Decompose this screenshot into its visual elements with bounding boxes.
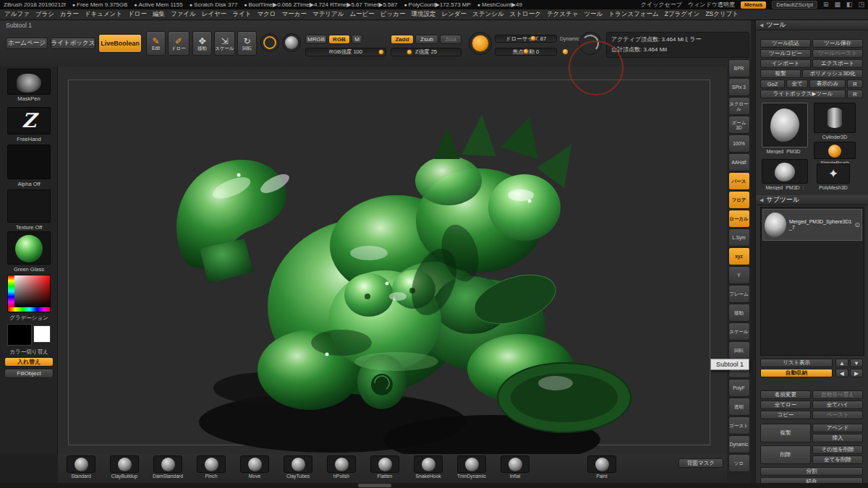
r-button-2[interactable]: R — [847, 90, 863, 98]
menu-item-picker[interactable]: ピッカー — [380, 10, 406, 19]
tool-palette-header[interactable]: ◀ ツール — [756, 20, 868, 30]
menus-button[interactable]: Menus — [741, 1, 766, 9]
brush-standard[interactable]: Standard — [61, 455, 101, 481]
goz-button[interactable]: GoZ — [760, 80, 785, 88]
transparent-button[interactable]: 透明 — [728, 398, 750, 416]
zcut-button[interactable]: Zcut — [440, 35, 461, 44]
copy-tool-button[interactable]: ツールコピー — [760, 49, 811, 58]
menu-item-material[interactable]: マテリアル — [312, 10, 344, 19]
auto-reorder-button[interactable]: 自動並べ替え — [812, 390, 863, 399]
r-button[interactable]: R — [847, 80, 863, 88]
make-polymesh-button[interactable]: ポリメッシュ3D化 — [802, 69, 863, 78]
menu-item-texture[interactable]: テクスチャ — [547, 10, 579, 19]
homepage-button[interactable]: ホームページ — [6, 38, 48, 49]
backface-mask-button[interactable]: 背面マスク — [678, 458, 723, 468]
brush-claytubes[interactable]: ClayTubes — [278, 455, 318, 481]
import-button[interactable]: インポート — [760, 59, 811, 68]
xyz-button[interactable]: xyz — [728, 247, 750, 265]
window-opacity-button[interactable]: ウィンドウ透明度 — [688, 1, 735, 9]
menu-item-brush[interactable]: ブラシ — [35, 10, 54, 19]
menu-item-draw[interactable]: ドロー — [128, 10, 147, 19]
collapse-icon[interactable]: ◀ — [760, 22, 763, 28]
brush-snakehook[interactable]: SnakeHook — [408, 455, 448, 481]
current-brush-thumbnail[interactable] — [7, 69, 51, 95]
actual-size-button[interactable]: 100% — [728, 134, 750, 153]
all-high-button[interactable]: 全てハイ — [812, 401, 863, 409]
subtool-up-button[interactable]: ▲ — [835, 359, 848, 367]
mrgb-button[interactable]: MRGB — [305, 35, 327, 44]
load-tool-button[interactable]: ツール読込 — [760, 39, 811, 48]
perspective-button[interactable]: パース — [728, 172, 750, 190]
menu-item-render[interactable]: レンダー — [441, 10, 467, 19]
document-canvas[interactable] — [58, 67, 727, 454]
nav-move-button[interactable]: 移動 — [728, 304, 750, 322]
subtool-down-button[interactable]: ▼ — [850, 359, 863, 367]
nav-rotate-button[interactable]: 回転 — [728, 341, 750, 359]
menu-item-transform[interactable]: トランスフォーム — [608, 10, 658, 19]
delete-button[interactable]: 削除 — [760, 445, 811, 464]
menu-item-edit[interactable]: 編集 — [153, 10, 165, 19]
bpr-button[interactable]: BPR — [728, 59, 750, 77]
scrollbar-handle[interactable] — [358, 484, 391, 487]
scroll-button[interactable]: スクロール — [728, 97, 750, 115]
brush-claybuildup[interactable]: ClayBuildup — [104, 455, 145, 481]
rgb-intensity-knob[interactable] — [378, 49, 384, 55]
z-intensity-slider[interactable]: Z強度 25 — [391, 48, 461, 56]
subtool-right-button[interactable]: ▶ — [850, 369, 863, 377]
delete-all-button[interactable]: 全てを削除 — [812, 455, 863, 464]
menu-item-macro[interactable]: マクロ — [257, 10, 276, 19]
brush-flatten[interactable]: Flatten — [365, 455, 405, 481]
local-button[interactable]: ローカル — [728, 210, 750, 228]
draw-mode-button[interactable]: ✐ ドロー — [168, 31, 190, 56]
solo-button[interactable]: ソロ — [728, 454, 750, 472]
draw-size-icon[interactable] — [469, 32, 492, 55]
stroke-preview-icon[interactable] — [260, 33, 279, 52]
save-tool-button[interactable]: ツール保存 — [812, 39, 863, 48]
zadd-button[interactable]: Zadd — [391, 35, 414, 44]
current-material-thumbnail[interactable] — [7, 231, 51, 265]
subtool-list-item[interactable]: Merged_PM3D_Sphere3D1_7 ⊙ — [762, 209, 862, 241]
spix-button[interactable]: SPix 3 — [728, 78, 750, 96]
m-button[interactable]: M — [352, 35, 362, 44]
brush-pinch[interactable]: Pinch — [191, 455, 231, 481]
dynamic-persp-button[interactable]: Dynamic — [728, 435, 750, 453]
menu-item-tool[interactable]: ツール — [584, 10, 603, 19]
lsym-button[interactable]: L.Sym — [728, 228, 750, 247]
menu-item-file[interactable]: ファイル — [171, 10, 196, 19]
hue-bar[interactable] — [8, 307, 51, 312]
quick-save-button[interactable]: クイックセーブ — [641, 1, 682, 9]
grid-icon[interactable]: ▦ — [834, 1, 841, 8]
gradient-label[interactable]: グラデーション — [0, 314, 58, 322]
brush-damstandard[interactable]: DamStandard — [148, 455, 188, 481]
menu-item-stroke[interactable]: ストローク — [510, 10, 541, 19]
horizontal-scrollbar[interactable] — [0, 483, 868, 488]
menu-item-layer[interactable]: レイヤー — [202, 10, 227, 19]
secondary-color-swatch[interactable] — [33, 325, 51, 343]
main-color-swatch[interactable] — [7, 324, 32, 346]
focal-shift-knob[interactable] — [523, 48, 529, 54]
brush-hpolish[interactable]: hPolish — [321, 455, 362, 481]
active-tool-thumbnail[interactable] — [762, 103, 808, 147]
current-stroke-thumbnail[interactable]: Z — [7, 107, 51, 134]
default-zscript-button[interactable]: DefaultZScript — [772, 1, 817, 9]
rgb-button[interactable]: RGB — [328, 35, 350, 44]
merged-tool-2-thumbnail[interactable] — [762, 159, 808, 184]
zsub-button[interactable]: Zsub — [415, 35, 438, 44]
color-switch-label[interactable]: カラー切り替え — [0, 348, 58, 356]
insert-button[interactable]: 挿入 — [812, 434, 863, 442]
menu-item-zplugin[interactable]: Zプラグイン — [665, 10, 700, 19]
append-button[interactable]: アペンド — [812, 424, 863, 432]
list-view-button[interactable]: リスト表示 — [760, 359, 833, 367]
visibility-eye-icon[interactable]: ⊙ — [854, 222, 860, 228]
zoom3d-button[interactable]: ズーム3D — [728, 116, 750, 134]
brush-trimdynamic[interactable]: TrimDynamic — [451, 455, 492, 481]
auto-collapse-button[interactable]: 自動収納 — [760, 369, 833, 377]
material-preview-icon[interactable] — [282, 33, 301, 52]
current-alpha-thumbnail[interactable] — [7, 145, 51, 179]
subtool-left-button[interactable]: ◀ — [835, 369, 848, 377]
color-picker[interactable] — [7, 275, 51, 312]
draw-size-slider[interactable]: ドローサイズ 87 — [495, 35, 557, 43]
focal-shift-slider[interactable]: 焦点移動 0 — [495, 48, 557, 56]
scale-mode-button[interactable]: ⇲ スケール — [214, 31, 235, 56]
window-layout-icon[interactable]: ⊞ — [823, 1, 829, 8]
